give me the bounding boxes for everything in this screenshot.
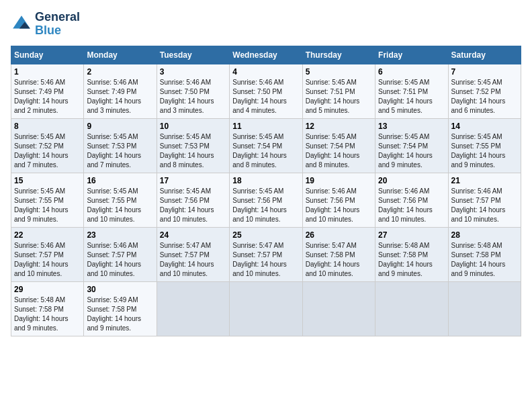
calendar-table: Sunday Monday Tuesday Wednesday Thursday… <box>11 46 521 336</box>
table-cell <box>157 281 229 336</box>
table-cell: 8Sunrise: 5:45 AMSunset: 7:52 PMDaylight… <box>11 118 84 173</box>
day-info: Sunrise: 5:45 AMSunset: 7:54 PMDaylight:… <box>378 132 445 170</box>
day-info: Sunrise: 5:45 AMSunset: 7:56 PMDaylight:… <box>232 187 299 224</box>
day-number: 12 <box>306 122 372 131</box>
day-info: Sunrise: 5:46 AMSunset: 7:56 PMDaylight:… <box>306 187 372 224</box>
day-number: 28 <box>451 230 518 240</box>
day-info: Sunrise: 5:45 AMSunset: 7:51 PMDaylight:… <box>378 78 445 116</box>
table-row: 1Sunrise: 5:46 AMSunset: 7:49 PMDaylight… <box>11 64 521 118</box>
col-monday: Monday <box>84 46 157 64</box>
day-number: 13 <box>378 122 445 131</box>
table-row: 29Sunrise: 5:48 AMSunset: 7:58 PMDayligh… <box>11 281 521 336</box>
table-cell: 7Sunrise: 5:45 AMSunset: 7:52 PMDaylight… <box>448 64 521 118</box>
day-number: 30 <box>87 285 153 294</box>
table-cell: 14Sunrise: 5:45 AMSunset: 7:55 PMDayligh… <box>448 118 521 173</box>
day-number: 25 <box>232 230 299 240</box>
table-cell: 2Sunrise: 5:46 AMSunset: 7:49 PMDaylight… <box>84 64 157 118</box>
page-header: General Blue <box>11 11 521 38</box>
table-cell: 20Sunrise: 5:46 AMSunset: 7:56 PMDayligh… <box>375 173 448 227</box>
day-number: 2 <box>87 67 153 77</box>
day-info: Sunrise: 5:46 AMSunset: 7:57 PMDaylight:… <box>14 241 81 279</box>
table-cell: 17Sunrise: 5:45 AMSunset: 7:56 PMDayligh… <box>157 173 229 227</box>
col-tuesday: Tuesday <box>157 46 229 64</box>
day-number: 24 <box>160 230 226 240</box>
table-cell: 12Sunrise: 5:45 AMSunset: 7:54 PMDayligh… <box>302 118 375 173</box>
day-number: 21 <box>451 176 518 185</box>
day-info: Sunrise: 5:45 AMSunset: 7:55 PMDaylight:… <box>14 187 81 224</box>
day-number: 27 <box>378 230 445 240</box>
day-info: Sunrise: 5:45 AMSunset: 7:53 PMDaylight:… <box>87 132 153 170</box>
header-row: Sunday Monday Tuesday Wednesday Thursday… <box>11 46 521 64</box>
table-cell <box>302 281 375 336</box>
table-cell: 23Sunrise: 5:46 AMSunset: 7:57 PMDayligh… <box>84 227 157 281</box>
table-row: 22Sunrise: 5:46 AMSunset: 7:57 PMDayligh… <box>11 227 521 281</box>
day-number: 18 <box>232 176 299 185</box>
day-number: 20 <box>378 176 445 185</box>
day-info: Sunrise: 5:48 AMSunset: 7:58 PMDaylight:… <box>378 241 445 279</box>
day-info: Sunrise: 5:47 AMSunset: 7:57 PMDaylight:… <box>160 241 226 279</box>
table-cell: 15Sunrise: 5:45 AMSunset: 7:55 PMDayligh… <box>11 173 84 227</box>
day-info: Sunrise: 5:48 AMSunset: 7:58 PMDaylight:… <box>14 295 81 333</box>
table-cell: 24Sunrise: 5:47 AMSunset: 7:57 PMDayligh… <box>157 227 229 281</box>
day-number: 6 <box>378 67 445 77</box>
table-cell: 13Sunrise: 5:45 AMSunset: 7:54 PMDayligh… <box>375 118 448 173</box>
table-cell: 28Sunrise: 5:48 AMSunset: 7:58 PMDayligh… <box>448 227 521 281</box>
day-info: Sunrise: 5:45 AMSunset: 7:55 PMDaylight:… <box>451 132 518 170</box>
table-cell: 29Sunrise: 5:48 AMSunset: 7:58 PMDayligh… <box>11 281 84 336</box>
day-info: Sunrise: 5:46 AMSunset: 7:57 PMDaylight:… <box>87 241 153 279</box>
day-info: Sunrise: 5:47 AMSunset: 7:58 PMDaylight:… <box>306 241 372 279</box>
table-cell: 25Sunrise: 5:47 AMSunset: 7:57 PMDayligh… <box>230 227 302 281</box>
col-thursday: Thursday <box>302 46 375 64</box>
table-row: 15Sunrise: 5:45 AMSunset: 7:55 PMDayligh… <box>11 173 521 227</box>
day-number: 4 <box>232 67 299 77</box>
table-cell: 11Sunrise: 5:45 AMSunset: 7:54 PMDayligh… <box>230 118 302 173</box>
day-info: Sunrise: 5:46 AMSunset: 7:56 PMDaylight:… <box>378 187 445 224</box>
table-cell: 5Sunrise: 5:45 AMSunset: 7:51 PMDaylight… <box>302 64 375 118</box>
day-info: Sunrise: 5:45 AMSunset: 7:52 PMDaylight:… <box>14 132 81 170</box>
table-cell: 6Sunrise: 5:45 AMSunset: 7:51 PMDaylight… <box>375 64 448 118</box>
day-number: 1 <box>14 67 81 77</box>
day-info: Sunrise: 5:46 AMSunset: 7:49 PMDaylight:… <box>14 78 81 116</box>
logo: General Blue <box>11 11 80 38</box>
day-number: 16 <box>87 176 153 185</box>
table-cell: 1Sunrise: 5:46 AMSunset: 7:49 PMDaylight… <box>11 64 84 118</box>
col-sunday: Sunday <box>11 46 84 64</box>
calendar-body: 1Sunrise: 5:46 AMSunset: 7:49 PMDaylight… <box>11 64 521 336</box>
logo-icon <box>11 13 32 35</box>
table-cell <box>448 281 521 336</box>
day-number: 14 <box>451 122 518 131</box>
day-number: 7 <box>451 67 518 77</box>
day-number: 3 <box>160 67 226 77</box>
col-saturday: Saturday <box>448 46 521 64</box>
day-number: 11 <box>232 122 299 131</box>
day-info: Sunrise: 5:49 AMSunset: 7:58 PMDaylight:… <box>87 295 153 333</box>
table-cell: 10Sunrise: 5:45 AMSunset: 7:53 PMDayligh… <box>157 118 229 173</box>
day-info: Sunrise: 5:47 AMSunset: 7:57 PMDaylight:… <box>232 241 299 279</box>
day-info: Sunrise: 5:46 AMSunset: 7:57 PMDaylight:… <box>451 187 518 224</box>
table-row: 8Sunrise: 5:45 AMSunset: 7:52 PMDaylight… <box>11 118 521 173</box>
day-number: 29 <box>14 285 81 294</box>
day-info: Sunrise: 5:45 AMSunset: 7:54 PMDaylight:… <box>306 132 372 170</box>
day-number: 9 <box>87 122 153 131</box>
table-cell: 9Sunrise: 5:45 AMSunset: 7:53 PMDaylight… <box>84 118 157 173</box>
day-number: 19 <box>306 176 372 185</box>
table-cell: 19Sunrise: 5:46 AMSunset: 7:56 PMDayligh… <box>302 173 375 227</box>
col-wednesday: Wednesday <box>230 46 302 64</box>
table-cell: 21Sunrise: 5:46 AMSunset: 7:57 PMDayligh… <box>448 173 521 227</box>
day-number: 22 <box>14 230 81 240</box>
day-number: 17 <box>160 176 226 185</box>
day-number: 15 <box>14 176 81 185</box>
day-info: Sunrise: 5:45 AMSunset: 7:56 PMDaylight:… <box>160 187 226 224</box>
table-cell <box>375 281 448 336</box>
table-cell: 30Sunrise: 5:49 AMSunset: 7:58 PMDayligh… <box>84 281 157 336</box>
day-info: Sunrise: 5:45 AMSunset: 7:52 PMDaylight:… <box>451 78 518 116</box>
day-info: Sunrise: 5:45 AMSunset: 7:55 PMDaylight:… <box>87 187 153 224</box>
table-cell: 27Sunrise: 5:48 AMSunset: 7:58 PMDayligh… <box>375 227 448 281</box>
day-info: Sunrise: 5:46 AMSunset: 7:50 PMDaylight:… <box>160 78 226 116</box>
table-cell: 18Sunrise: 5:45 AMSunset: 7:56 PMDayligh… <box>230 173 302 227</box>
day-info: Sunrise: 5:48 AMSunset: 7:58 PMDaylight:… <box>451 241 518 279</box>
day-number: 23 <box>87 230 153 240</box>
table-cell: 3Sunrise: 5:46 AMSunset: 7:50 PMDaylight… <box>157 64 229 118</box>
table-cell: 26Sunrise: 5:47 AMSunset: 7:58 PMDayligh… <box>302 227 375 281</box>
day-number: 10 <box>160 122 226 131</box>
